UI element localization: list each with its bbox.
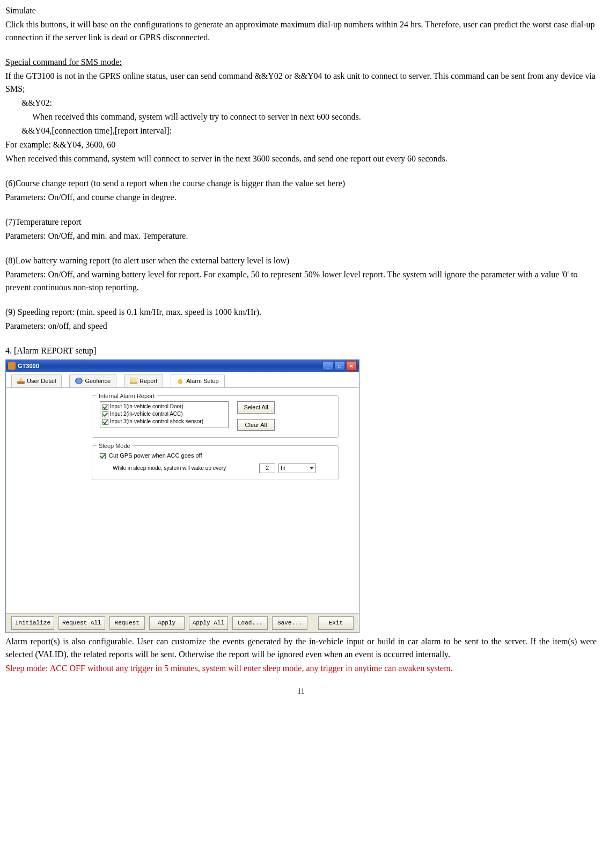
cmd-y04-example: For example: &&Y04, 3600, 60	[5, 138, 597, 151]
sleep-value-input[interactable]: 2	[259, 464, 275, 473]
heading-simulate: Simulate	[5, 4, 597, 17]
para-alarm-desc: Alarm report(s) is also configurable. Us…	[5, 635, 597, 661]
sec7-params: Parameters: On/Off, and min. and max. Te…	[5, 230, 597, 242]
tab-geofence[interactable]: Geofence	[69, 374, 116, 388]
app-body: Internal Alarm Report Input 1(in-vehicle…	[6, 388, 359, 613]
save-button[interactable]: Save...	[272, 616, 307, 630]
sec9-params: Parameters: on/off, and speed	[5, 320, 597, 333]
checkbox-icon[interactable]	[102, 404, 108, 410]
sec9-title: (9) Speeding report: (min. speed is 0.1 …	[5, 306, 597, 319]
sec4-heading: 4. [Alarm REPORT setup]	[5, 344, 597, 357]
initialize-button[interactable]: Initialize	[11, 616, 54, 630]
alarm-item[interactable]: Input 2(in-vehicle control ACC)	[102, 410, 226, 418]
load-button[interactable]: Load...	[232, 616, 268, 630]
sec6-title: (6)Course change report (to send a repor…	[5, 177, 597, 190]
fieldset-sleep: Sleep Mode Cut GPS power when ACC goes o…	[92, 445, 339, 480]
globe-icon	[75, 378, 83, 384]
tab-user-detail[interactable]: User Detail	[11, 374, 62, 388]
clear-all-button[interactable]: Clear All	[237, 419, 275, 431]
sleep-unit-value: hr	[281, 464, 285, 472]
select-all-button[interactable]: Select All	[237, 401, 275, 414]
checkbox-icon[interactable]	[102, 411, 108, 417]
sleep-label: While in sleep mode, system will wake up…	[113, 464, 226, 472]
para-sleep-red: Sleep mode: ACC OFF without any trigger …	[5, 662, 597, 675]
checkbox-icon[interactable]	[102, 419, 108, 425]
app-title: GT3000	[18, 362, 39, 371]
legend-alarm: Internal Alarm Report	[97, 392, 157, 401]
app-window: GT3000 _ □ × User Detail Geofence Report…	[5, 359, 359, 633]
para-simulate: Click this buttons, it will base on the …	[5, 18, 597, 44]
cmd-y02-desc: When received this command, system will …	[32, 111, 597, 123]
sec8-title: (8)Low battery warning report (to alert …	[5, 254, 597, 267]
apply-all-button[interactable]: Apply All	[189, 616, 228, 630]
alarm-item[interactable]: Input 1(in-vehicle control Door)	[102, 403, 226, 410]
checkbox-icon[interactable]	[100, 453, 106, 459]
request-button[interactable]: Request	[109, 616, 145, 630]
page-number: 11	[5, 686, 597, 697]
heading-sms: Special command for SMS mode:	[5, 56, 597, 69]
sleep-check-label: Cut GPS power when ACC goes off	[109, 452, 202, 459]
sleep-check-row[interactable]: Cut GPS power when ACC goes off	[100, 451, 331, 460]
app-icon	[8, 362, 16, 370]
alarm-list[interactable]: Input 1(in-vehicle control Door) Input 2…	[100, 401, 229, 428]
sec6-params: Parameters: On/Off, and course change in…	[5, 191, 597, 204]
fieldset-alarm: Internal Alarm Report Input 1(in-vehicle…	[92, 395, 339, 438]
tab-label: User Detail	[27, 377, 56, 386]
sms-intro: If the GT3100 is not in the GPRS online …	[5, 70, 597, 95]
tab-label: Alarm Setup	[186, 377, 219, 386]
cmd-y02: &&Y02:	[21, 97, 597, 109]
sec7-title: (7)Temperature report	[5, 216, 597, 229]
sleep-unit-select[interactable]: hr	[278, 464, 316, 473]
cmd-y04: &&Y04,[connection time],[report interval…	[21, 124, 597, 137]
alarm-icon	[177, 378, 184, 384]
apply-button[interactable]: Apply	[149, 616, 185, 630]
tab-label: Geofence	[85, 377, 111, 386]
user-icon	[17, 378, 25, 384]
cmd-y04-desc: When received this command, system will …	[5, 152, 597, 165]
sec8-params: Parameters: On/Off, and warning battery …	[5, 268, 597, 294]
close-button[interactable]: ×	[346, 361, 357, 371]
legend-sleep: Sleep Mode	[97, 442, 133, 451]
minimize-button[interactable]: _	[322, 361, 333, 371]
tabbar: User Detail Geofence Report Alarm Setup	[6, 372, 359, 388]
tab-label: Report	[140, 377, 157, 386]
bottom-toolbar: Initialize Request All Request Apply App…	[6, 613, 359, 632]
exit-button[interactable]: Exit	[318, 616, 354, 630]
alarm-item[interactable]: Input 3(in-vehicle control shock sensor)	[102, 418, 226, 425]
chevron-down-icon	[310, 467, 314, 469]
tab-report[interactable]: Report	[124, 374, 163, 388]
tab-alarm-setup[interactable]: Alarm Setup	[171, 374, 225, 388]
request-all-button[interactable]: Request All	[58, 616, 105, 630]
titlebar: GT3000 _ □ ×	[6, 360, 359, 372]
maximize-button[interactable]: □	[334, 361, 345, 371]
report-icon	[130, 378, 137, 384]
